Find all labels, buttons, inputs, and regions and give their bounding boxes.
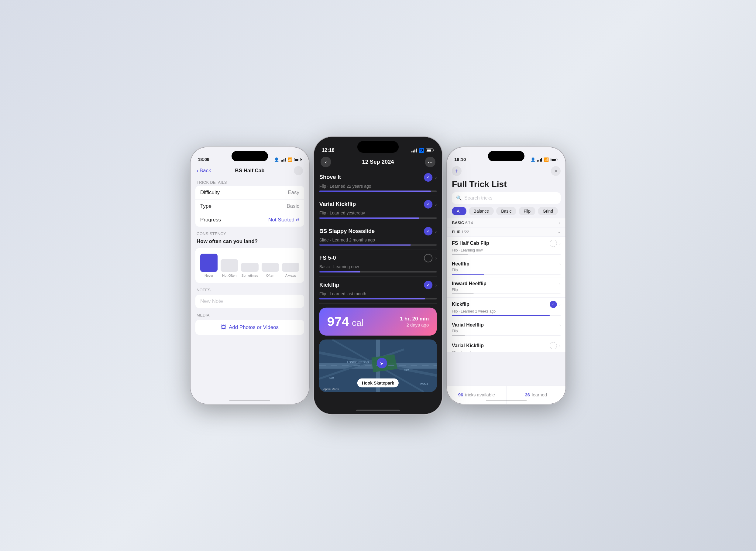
search-bar[interactable]: 🔍 Search tricks xyxy=(452,192,560,204)
search-placeholder: Search tricks xyxy=(464,195,492,201)
media-header: Media xyxy=(196,311,304,319)
dynamic-island-right xyxy=(488,151,524,161)
trick-item-fs50[interactable]: FS 5-0 › Basic · Learning now xyxy=(319,250,437,277)
bar-always[interactable]: Always xyxy=(282,263,299,277)
map-container[interactable]: LONDON ROAD A30 A30 B3349 ➤ Hook Skatepa… xyxy=(319,340,437,392)
trick-item-varialkick[interactable]: Varial Kickflip ✓ › Flip · Learned yeste… xyxy=(319,196,437,223)
tli-inward-heelflip[interactable]: Inward Heelflip › Flip xyxy=(447,278,565,298)
person-icon: 👤 xyxy=(274,157,279,162)
svg-text:LONDON ROAD: LONDON ROAD xyxy=(347,360,369,364)
scene: 18:09 👤 📶 xyxy=(178,129,578,422)
close-button[interactable]: ✕ xyxy=(551,166,560,176)
bar-never[interactable]: Never xyxy=(200,253,218,277)
bar-not-often[interactable]: Not Often xyxy=(221,259,238,277)
nav-title-left: BS Half Cab xyxy=(235,168,264,174)
trick-check-varialkick: ✓ xyxy=(424,200,433,209)
tli-arrow-hf: › xyxy=(559,262,560,266)
cat-basic-chevron-icon: › xyxy=(559,220,560,225)
type-value: Basic xyxy=(287,203,299,209)
svg-text:B3349: B3349 xyxy=(421,383,428,386)
photo-icon: 🖼 xyxy=(221,324,227,331)
cal-unit: cal xyxy=(352,318,364,328)
trick-meta-slappy: Slide · Learned 2 months ago xyxy=(319,237,437,242)
cal-info: 1 hr, 20 min 2 days ago xyxy=(400,316,429,328)
type-label: Type xyxy=(200,203,287,209)
tli-name-kf: Kickflip xyxy=(452,302,550,307)
trick-name-fs50: FS 5-0 xyxy=(319,255,424,261)
tli-varial-heelflip[interactable]: Varial Heelflip › Flip xyxy=(447,319,565,339)
trick-list-header: + ✕ xyxy=(447,164,565,178)
trick-name-varialkick: Varial Kickflip xyxy=(319,201,424,208)
bar-always-label: Always xyxy=(285,274,296,277)
cat-basic-label: BASIC 6/14 xyxy=(452,220,559,225)
trick-meta-fs50: Basic · Learning now xyxy=(319,264,437,269)
type-row[interactable]: Type Basic xyxy=(196,199,304,213)
tli-kickflip[interactable]: Kickflip ✓ › Flip · Learned 2 weeks ago xyxy=(447,298,565,319)
stat-available-label: tricks available xyxy=(465,392,495,397)
stat-available-num: 96 xyxy=(458,392,463,397)
nav-bar-left: ‹ Back BS Half Cab ··· xyxy=(191,164,309,178)
progress-row[interactable]: Progress Not Started ↺ xyxy=(196,213,304,226)
trick-item-kickflip[interactable]: Kickflip ✓ › Flip · Learned last month xyxy=(319,277,437,304)
tli-heelflip[interactable]: Heelflip › Flip xyxy=(447,258,565,278)
cal-duration: 1 hr, 20 min xyxy=(400,316,429,322)
difficulty-value: Easy xyxy=(288,189,299,195)
filter-grind[interactable]: Grind xyxy=(538,207,558,215)
add-media-button[interactable]: 🖼 Add Photos or Videos xyxy=(196,320,304,335)
trick-item-slappy[interactable]: BS Slappy Noseslide ✓ › Slide · Learned … xyxy=(319,223,437,250)
filter-tabs: All Balance Basic Flip Grind xyxy=(447,207,565,218)
tli-meta-hf: Flip xyxy=(452,268,560,272)
bar-not-often-fill xyxy=(221,259,238,272)
bar-often-fill xyxy=(262,263,279,272)
filter-all[interactable]: All xyxy=(452,207,466,215)
more-button-center[interactable]: ··· xyxy=(425,157,435,167)
trick-meta-varialkick: Flip · Learned yesterday xyxy=(319,210,437,215)
cal-display: 974 cal xyxy=(327,314,364,329)
consistency-question: How often can you land? xyxy=(196,237,304,248)
back-button-center[interactable]: ‹ xyxy=(321,157,331,167)
trick-arrow-varialkick: › xyxy=(435,202,437,207)
difficulty-row[interactable]: Difficulty Easy xyxy=(196,186,304,199)
wifi-icon-left: 📶 xyxy=(288,157,292,162)
status-icons-left: 👤 📶 xyxy=(274,157,302,162)
phone-left: 18:09 👤 📶 xyxy=(191,147,309,404)
cal-time: 2 days ago xyxy=(400,322,429,328)
bar-always-fill xyxy=(282,263,299,272)
dots-icon-center: ··· xyxy=(428,158,433,165)
tli-name-hf: Heelflip xyxy=(452,261,559,267)
wifi-icon-center: 🛜 xyxy=(419,148,424,153)
tli-varial-kickflip[interactable]: Varial Kickflip › Flip · Learning now xyxy=(447,339,565,352)
consistency-header: Consistency xyxy=(196,229,304,237)
bar-often[interactable]: Often xyxy=(262,263,279,277)
add-trick-button[interactable]: + xyxy=(452,166,461,176)
trick-list-items: FS Half Cab Flip › Flip · Learning now H… xyxy=(447,236,565,352)
status-icons-center: 🛜 xyxy=(411,148,434,153)
media-section: Media 🖼 Add Photos or Videos xyxy=(191,311,309,335)
category-flip-row[interactable]: FLIP 1/22 ⌄ xyxy=(447,227,565,236)
difficulty-label: Difficulty xyxy=(200,189,288,195)
trick-check-kickflip-c: ✓ xyxy=(424,281,433,289)
filter-balance[interactable]: Balance xyxy=(469,207,494,215)
bar-never-fill xyxy=(200,253,218,272)
category-basic-row[interactable]: BASIC 6/14 › xyxy=(447,218,565,227)
home-indicator-left xyxy=(230,400,270,401)
wifi-icon-right: 📶 xyxy=(544,157,549,162)
dynamic-island-center xyxy=(357,141,399,153)
trick-check-slappy: ✓ xyxy=(424,227,433,235)
tli-meta-vhf: Flip xyxy=(452,329,560,333)
tli-fs-halfcab-flip[interactable]: FS Half Cab Flip › Flip · Learning now xyxy=(447,236,565,258)
filter-basic[interactable]: Basic xyxy=(496,207,516,215)
trick-item-shoveit[interactable]: Shove It ✓ › Flip · Learned 22 years ago xyxy=(319,169,437,196)
close-icon: ✕ xyxy=(554,168,558,174)
back-button[interactable]: ‹ Back xyxy=(197,168,211,174)
add-media-label: Add Photos or Videos xyxy=(229,325,279,331)
trick-check-shoveit: ✓ xyxy=(424,173,433,182)
tli-meta-vkf: Flip · Learning now xyxy=(452,351,560,352)
progress-label: Progress xyxy=(200,217,268,223)
notes-input[interactable]: New Note xyxy=(196,295,304,308)
stat-learned-label: learned xyxy=(532,392,547,397)
cal-card: 974 cal 1 hr, 20 min 2 days ago xyxy=(319,308,437,336)
bar-sometimes[interactable]: Sometimes xyxy=(241,263,258,277)
more-button-left[interactable]: ··· xyxy=(294,166,303,175)
filter-flip[interactable]: Flip xyxy=(519,207,535,215)
